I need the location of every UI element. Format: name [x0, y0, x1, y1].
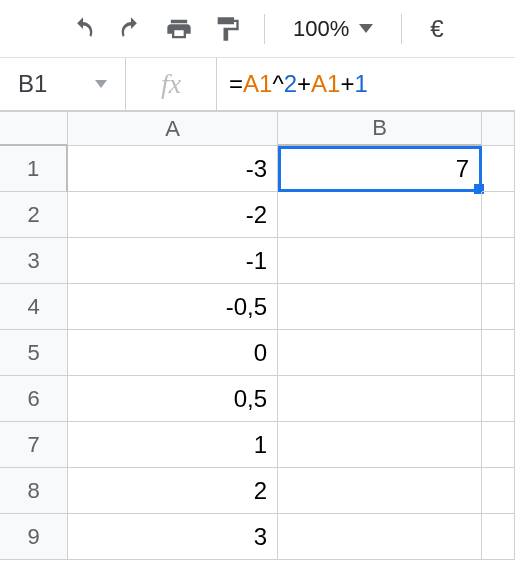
formula-token-num: 1 — [354, 70, 367, 98]
zoom-label: 100% — [293, 16, 349, 42]
cell-B6[interactable] — [278, 376, 482, 422]
table-row: 82 — [0, 468, 515, 514]
select-all-corner[interactable] — [0, 112, 68, 146]
cell-rest[interactable] — [482, 514, 515, 560]
cell-A4[interactable]: -0,5 — [68, 284, 278, 330]
cell-B2[interactable] — [278, 192, 482, 238]
cell-A6[interactable]: 0,5 — [68, 376, 278, 422]
column-header-rest[interactable] — [482, 112, 515, 146]
formula-token-op: = — [229, 70, 243, 98]
chevron-down-icon — [359, 24, 373, 33]
column-header-B[interactable]: B — [278, 112, 482, 146]
cell-B4[interactable] — [278, 284, 482, 330]
row-header[interactable]: 5 — [0, 330, 68, 376]
cell-B3[interactable] — [278, 238, 482, 284]
formula-token-ref: A1 — [311, 70, 340, 98]
table-row: 4-0,5 — [0, 284, 515, 330]
toolbar-separator — [264, 14, 265, 44]
cell-B9[interactable] — [278, 514, 482, 560]
formula-bar: B1 fx =A1^2+A1+1 — [0, 58, 515, 112]
redo-icon[interactable] — [116, 14, 146, 44]
paint-format-icon[interactable] — [212, 14, 242, 44]
currency-format-button[interactable]: € — [424, 15, 449, 43]
cell-rest[interactable] — [482, 284, 515, 330]
column-header-A[interactable]: A — [68, 112, 278, 146]
fx-icon: fx — [126, 58, 216, 110]
undo-icon[interactable] — [68, 14, 98, 44]
formula-token-op: + — [340, 70, 354, 98]
cell-A7[interactable]: 1 — [68, 422, 278, 468]
column-headers: A B — [0, 112, 515, 146]
table-row: 60,5 — [0, 376, 515, 422]
cell-B8[interactable] — [278, 468, 482, 514]
cell-A2[interactable]: -2 — [68, 192, 278, 238]
table-row: 2-2 — [0, 192, 515, 238]
cell-rest[interactable] — [482, 422, 515, 468]
zoom-dropdown[interactable]: 100% — [287, 16, 379, 42]
formula-token-num: 2 — [284, 70, 297, 98]
row-header[interactable]: 3 — [0, 238, 68, 284]
formula-token-op: + — [297, 70, 311, 98]
cell-A1[interactable]: -3 — [68, 146, 278, 192]
formula-input[interactable]: =A1^2+A1+1 — [217, 58, 515, 110]
row-header[interactable]: 8 — [0, 468, 68, 514]
row-header[interactable]: 7 — [0, 422, 68, 468]
name-box[interactable]: B1 — [0, 58, 125, 110]
print-icon[interactable] — [164, 14, 194, 44]
toolbar: 100% € — [0, 0, 515, 58]
cell-rest[interactable] — [482, 238, 515, 284]
cell-rest[interactable] — [482, 330, 515, 376]
cell-rest[interactable] — [482, 468, 515, 514]
formula-token-ref: A1 — [243, 70, 272, 98]
spreadsheet-grid: A B 1-372-23-14-0,55060,5718293 — [0, 112, 515, 560]
row-header[interactable]: 6 — [0, 376, 68, 422]
cell-B7[interactable] — [278, 422, 482, 468]
cell-B1[interactable]: 7 — [278, 146, 482, 192]
row-header[interactable]: 2 — [0, 192, 68, 238]
cell-A9[interactable]: 3 — [68, 514, 278, 560]
row-header[interactable]: 1 — [0, 146, 68, 192]
cell-rest[interactable] — [482, 376, 515, 422]
cell-rest[interactable] — [482, 192, 515, 238]
cell-B5[interactable] — [278, 330, 482, 376]
name-box-value: B1 — [18, 70, 47, 98]
cell-A8[interactable]: 2 — [68, 468, 278, 514]
table-row: 93 — [0, 514, 515, 560]
table-row: 1-37 — [0, 146, 515, 192]
cell-A3[interactable]: -1 — [68, 238, 278, 284]
table-row: 71 — [0, 422, 515, 468]
formula-token-op: ^ — [272, 70, 283, 98]
chevron-down-icon — [95, 80, 107, 88]
cell-A5[interactable]: 0 — [68, 330, 278, 376]
row-header[interactable]: 9 — [0, 514, 68, 560]
row-header[interactable]: 4 — [0, 284, 68, 330]
cell-rest[interactable] — [482, 146, 515, 192]
table-row: 3-1 — [0, 238, 515, 284]
table-row: 50 — [0, 330, 515, 376]
toolbar-separator — [401, 14, 402, 44]
